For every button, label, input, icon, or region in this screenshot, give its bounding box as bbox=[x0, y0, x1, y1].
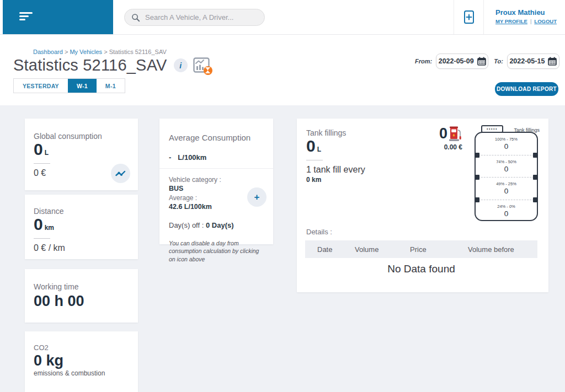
user-name: Proux Mathieu bbox=[495, 8, 561, 17]
tab-m1[interactable]: M-1 bbox=[97, 79, 125, 93]
co2-value: 0 kg bbox=[34, 352, 129, 369]
tank-segment-1: 100% - 75% 0 bbox=[476, 133, 537, 155]
tank-segment-2: 74% - 50% 0 bbox=[476, 155, 537, 178]
breadcrumb-dashboard[interactable]: Dashboard bbox=[33, 49, 70, 55]
col-price: Price bbox=[410, 245, 468, 254]
co2-card: CO2 0 kg emissions & combustion bbox=[25, 331, 138, 392]
breadcrumb-current: Statistics 52116_SAV bbox=[109, 49, 167, 55]
distance-unit: km bbox=[45, 224, 54, 232]
header-icon-cell bbox=[454, 0, 484, 34]
tank-body: 100% - 75% 0 74% - 50% 0 49% - 25% 0 bbox=[475, 132, 538, 221]
page-header-section: DashboardMy VehiclesStatistics 52116_SAV… bbox=[0, 35, 565, 105]
tank-segment-4: 24% - 0% 0 bbox=[476, 200, 537, 222]
tank-volume-value: 0 bbox=[306, 137, 316, 155]
card-title: Global consumption bbox=[34, 132, 129, 141]
card-title: Average Consumption bbox=[169, 133, 264, 142]
breadcrumb-my-vehicles[interactable]: My Vehicles bbox=[70, 49, 109, 55]
to-date-input[interactable]: 2022-05-15 bbox=[507, 53, 559, 69]
info-icon[interactable]: i bbox=[174, 58, 188, 72]
trend-line-icon bbox=[115, 170, 126, 178]
tank-diagram: Tank fillings ••••• 100% - 75% 0 74% - 5… bbox=[475, 125, 541, 224]
details-label: Details : bbox=[306, 228, 332, 236]
plus-icon: + bbox=[254, 192, 260, 202]
app-window: Proux Mathieu MY PROFILELOGOUT Dashboard… bbox=[0, 0, 565, 392]
tank-fill-count-group: 0 0.00 € bbox=[439, 126, 462, 151]
tank-volume-unit: L bbox=[317, 146, 321, 153]
my-profile-link[interactable]: MY PROFILE bbox=[495, 18, 527, 24]
tab-w1[interactable]: W-1 bbox=[68, 79, 97, 93]
from-label: From: bbox=[415, 58, 432, 65]
period-tabs: YESTERDAY W-1 M-1 bbox=[13, 78, 125, 93]
logout-link[interactable]: LOGOUT bbox=[534, 18, 557, 24]
distance-value: 0 bbox=[34, 215, 43, 233]
page-title: Statistics 52116_SAV bbox=[13, 56, 167, 74]
card-title: Distance bbox=[34, 207, 129, 216]
download-report-button[interactable]: DOWNLOAD REPORT bbox=[495, 82, 558, 96]
fuel-pump-icon bbox=[449, 126, 462, 142]
search-icon bbox=[131, 13, 140, 22]
calendar-icon bbox=[477, 57, 486, 66]
to-label: To: bbox=[494, 58, 503, 65]
hourglass-badge-icon bbox=[204, 66, 212, 75]
title-row: Statistics 52116_SAV i bbox=[13, 56, 211, 74]
divider bbox=[159, 168, 273, 169]
distance-card: Distance 0km 0 € / km bbox=[25, 195, 138, 259]
card-title: CO2 bbox=[34, 343, 129, 352]
col-volume-before: Volume before bbox=[468, 245, 537, 254]
links-separator bbox=[527, 18, 534, 24]
days-off-value: 0 Day(s) bbox=[206, 221, 234, 229]
tank-fillings-card: Tank fillings 0L 1 tank fill every 0 km … bbox=[297, 119, 548, 292]
consumption-trend-button[interactable] bbox=[111, 164, 130, 183]
user-block: Proux Mathieu MY PROFILELOGOUT bbox=[495, 8, 561, 24]
search-box bbox=[124, 9, 265, 26]
card-title: Tank fillings bbox=[306, 128, 428, 137]
average-unit: L/100km bbox=[178, 153, 206, 162]
tank-cap: ••••• bbox=[481, 125, 503, 133]
tank-fill-count: 0 bbox=[439, 126, 447, 141]
tank-fill-total-price: 0.00 € bbox=[439, 143, 462, 151]
stats-history-icon[interactable] bbox=[193, 57, 211, 74]
vehicle-category-label: Vehicle category : bbox=[169, 175, 264, 184]
to-date-value: 2022-05-15 bbox=[509, 57, 545, 65]
fill-frequency-label: 1 tank fill every bbox=[306, 165, 428, 175]
distance-cost: 0 € / km bbox=[34, 243, 129, 253]
divider bbox=[34, 163, 50, 164]
working-time-card: Working time 00 h 00 bbox=[25, 269, 138, 323]
col-date: Date bbox=[305, 245, 355, 254]
no-data-message: No Data found bbox=[305, 263, 537, 275]
from-date-value: 2022-05-09 bbox=[439, 57, 474, 65]
consumption-unit: L bbox=[45, 149, 49, 157]
average-value: - bbox=[169, 153, 171, 162]
consumption-value: 0 bbox=[34, 140, 43, 158]
file-plus-icon[interactable] bbox=[462, 9, 476, 25]
calendar-icon bbox=[548, 57, 557, 66]
menu-icon[interactable] bbox=[19, 12, 34, 22]
average-consumption-card: Average Consumption -L/100km Vehicle cat… bbox=[159, 119, 273, 244]
tab-yesterday[interactable]: YESTERDAY bbox=[14, 79, 68, 93]
top-bar: Proux Mathieu MY PROFILELOGOUT bbox=[0, 0, 565, 35]
co2-subtitle: emissions & combustion bbox=[34, 369, 129, 377]
working-time-value: 00 h 00 bbox=[34, 293, 129, 310]
tank-segment-3: 49% - 25% 0 bbox=[476, 178, 537, 200]
logo-block bbox=[3, 0, 113, 34]
card-title: Working time bbox=[34, 282, 129, 291]
days-off-label: Day(s) off : bbox=[169, 221, 206, 229]
breadcrumb: DashboardMy VehiclesStatistics 52116_SAV bbox=[33, 49, 167, 55]
from-date-input[interactable]: 2022-05-09 bbox=[436, 53, 488, 69]
days-off-note: You can disable a day from consumption c… bbox=[169, 239, 264, 264]
global-consumption-card: Global consumption 0L 0 € bbox=[25, 119, 138, 190]
divider bbox=[34, 238, 50, 239]
details-table-header: Date Volume Price Volume before bbox=[305, 240, 537, 258]
date-filter: From: 2022-05-09 To: 2022-05-15 bbox=[415, 53, 559, 69]
col-volume: Volume bbox=[355, 245, 410, 254]
add-day-off-button[interactable]: + bbox=[247, 187, 266, 207]
search-input[interactable] bbox=[145, 13, 258, 22]
divider bbox=[306, 160, 323, 160]
content-area: Global consumption 0L 0 € Distance 0km 0… bbox=[0, 105, 565, 392]
fill-frequency-distance: 0 km bbox=[306, 176, 428, 184]
